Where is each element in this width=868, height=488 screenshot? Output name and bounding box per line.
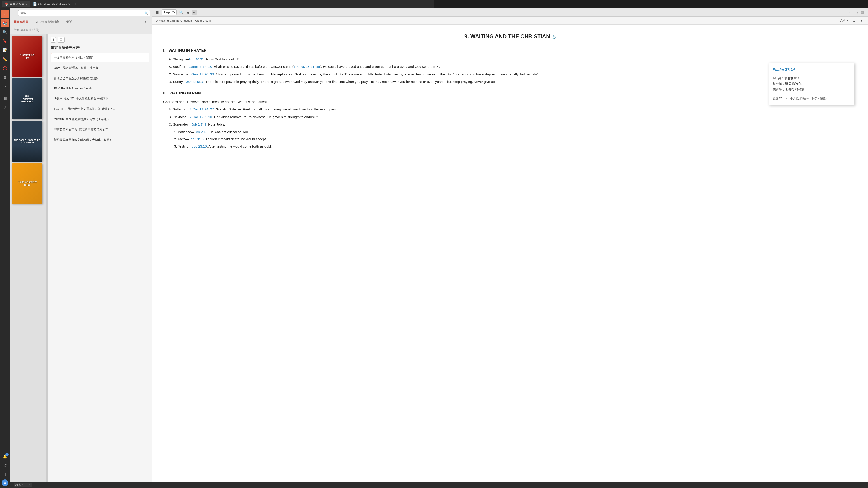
para-a: A. Strength—Isa. 40:31. Allow God to spe… (168, 56, 434, 62)
ref-job-1315[interactable]: Job 13:15 (189, 137, 204, 141)
sidebar-icon-grid[interactable]: ⊞ (1, 73, 9, 81)
ref-gen-1820[interactable]: Gen. 18:20–33 (191, 72, 214, 76)
library-tab-icon: 📚 (4, 2, 8, 6)
info-panel-btn[interactable]: ℹ (51, 37, 56, 43)
ref-james-517[interactable]: James 5:17–18 (188, 65, 212, 68)
outlines-tab-icon: 📄 (33, 2, 37, 6)
para-surrender: C. Surrender—Job 2:7–9. Note Job's: (168, 122, 434, 127)
resource-item[interactable]: TCV-TRD: 聖經現代中文譯本修訂版(繁體)(上… (51, 104, 149, 113)
tab-recent[interactable]: 最近 (63, 18, 76, 26)
para-sick-prefix: Sickness— (173, 115, 190, 119)
reader-content: 9. WAITING AND THE CHRISTIAN ⚓ I. WAITIN… (152, 25, 434, 244)
para-sur-suffix: . Note Job's: (206, 123, 225, 126)
reader-highlight-button[interactable]: ✔ (192, 10, 197, 15)
patience-prefix: Patience— (178, 130, 194, 134)
para-a-label: A. (168, 57, 173, 61)
tab-outlines-close[interactable]: ✕ (68, 3, 70, 5)
para-b-middle: . Elijah prayed several times before the… (212, 65, 293, 68)
section-i-title: WAITING IN PRAYER (168, 48, 207, 53)
tab-library[interactable]: 📚 圖書資料庫 ✕ (2, 1, 30, 7)
reader-more-button[interactable]: › (198, 10, 202, 15)
section-i-heading: I. WAITING IN PRAYER (163, 47, 434, 54)
ref-2cor-127[interactable]: 2 Cor. 12:7–10 (190, 115, 212, 119)
ref-job-210[interactable]: Job 2:10 (194, 130, 208, 134)
tab-library-close[interactable]: ✕ (26, 3, 28, 5)
para-faith: 2. Faith—Job 13:15. Though it meant deat… (174, 136, 434, 142)
list-item[interactable]: 中文聖經和合本神版 (12, 36, 42, 76)
more-options-button[interactable]: ⋮ (147, 19, 152, 25)
resource-item[interactable]: CNVT: 聖經新譯本（繁體・神字版） (51, 63, 149, 73)
ref-1kings-1841[interactable]: 1 Kings 18:41–45 (293, 65, 320, 68)
list-item[interactable]: 工適應 新約聖經評注啟示錄 (12, 163, 42, 204)
grid-view-button[interactable]: ⊞ (140, 19, 144, 25)
ref-isa-4031[interactable]: Isa. 40:31 (189, 57, 204, 61)
main-area: ☰ 🔍 圖書資料庫 添加到圖書資料庫 最近 ⊞ ℹ ⋮ 所有 (3,133 的結… (10, 8, 434, 244)
sidebar-icon-search[interactable]: 🔍 (1, 28, 9, 36)
book-label-1: 中文聖經和合本神版 (19, 53, 35, 60)
para-c-label: C. (168, 72, 173, 76)
resource-item[interactable]: 新約及早期基督教文獻希臘文大詞典（繁體） (51, 135, 149, 145)
ref-job-27[interactable]: Job 2:7–9 (191, 123, 206, 126)
reader-breadcrumb: 9. Waiting and the Christian (Psalm 27:1… (152, 17, 434, 25)
app-sidebar: ⌂ 📚 🔍 🔖 📝 ✏️ 🚫 ⊞ » ▦ ↗ 🔔 ↺ ⬇ U (0, 8, 10, 244)
list-item[interactable]: 箴言—智慧的學校PROVERBS (12, 78, 42, 119)
para-d: D. Surety—James 5:16. There is sure powe… (168, 79, 434, 85)
sidebar-icon-bookmarks[interactable]: 🔖 (1, 37, 9, 45)
reader-menu-button[interactable]: ☰ (155, 10, 160, 15)
new-tab-button[interactable]: + (73, 2, 78, 6)
ref-job-2310[interactable]: Job 23:10 (192, 144, 207, 148)
faith-suffix: . Though it meant death, he would accept… (204, 137, 267, 141)
sidebar-icon-highlights[interactable]: ✏️ (1, 55, 9, 63)
filter-header: 所有 (3,133 的結果) (10, 26, 152, 34)
para-sick-suffix: . God didn't remove Paul's sickness; He … (212, 115, 318, 119)
search-input[interactable] (20, 11, 144, 15)
para-sickness: B. Sickness—2 Cor. 12:7–10. God didn't r… (168, 114, 434, 120)
resource-item[interactable]: 新漢語譯本普及版新約聖經 (繁體) (51, 74, 149, 83)
para-d-label: D. (168, 80, 173, 84)
tab-library-main[interactable]: 圖書資料庫 (10, 18, 32, 26)
reader-search-button[interactable]: 🔍 (178, 10, 184, 15)
reader-crossref-button[interactable]: ⊕ (186, 10, 190, 15)
para-patience: 1. Patience—Job 2:10. He was not critica… (174, 129, 434, 135)
book-label-3: THE GOSPEL ACCORDING TO MATTHEW (12, 138, 42, 144)
resize-handle[interactable] (46, 34, 48, 244)
para-b-label: B. (168, 65, 173, 68)
para-b: B. Stedfast—James 5:17–18. Elijah prayed… (168, 64, 434, 70)
tab-library-label: 圖書資料庫 (10, 2, 24, 6)
para-a-suffix: . Allow God to speak. T (204, 57, 239, 61)
resource-item[interactable]: 中文聖經和合本（神版・繁體） (51, 53, 149, 62)
section-ii-title: WAITING IN PAIN (169, 91, 201, 95)
section-ii-heading: II. WAITING IN PAIN (163, 90, 434, 97)
para-c: C. Sympathy—Gen. 18:20–33. Abraham praye… (168, 71, 434, 77)
sidebar-icon-home[interactable]: ⌂ (1, 10, 9, 18)
sidebar-icon-panel[interactable]: ▦ (1, 94, 9, 102)
list-panel-btn[interactable]: ☰ (58, 37, 65, 43)
info-button[interactable]: ℹ (144, 19, 147, 25)
resource-item[interactable]: ESV: English Standard Version (51, 84, 149, 93)
ref-2cor-1124[interactable]: 2 Cor. 11:24–27 (190, 107, 214, 111)
para-c-suffix: . Abraham prayed for his nephew Lot. He … (214, 72, 434, 76)
list-item[interactable]: THE GOSPEL ACCORDING TO MATTHEW (12, 121, 42, 162)
tab-bar: 📚 圖書資料庫 ✕ 📄 Christian Life Outlines ✕ + (0, 0, 434, 8)
resource-item[interactable]: 聖經希伯來文字典: 萊克姆聖經希伯來文字… (51, 125, 149, 134)
sidebar-icon-more[interactable]: » (1, 82, 9, 90)
menu-button[interactable]: ☰ (12, 10, 17, 16)
filter-label: 所有 (13, 28, 20, 32)
tab-outlines[interactable]: 📄 Christian Life Outlines ✕ (30, 1, 73, 7)
para-sick-label: B. (168, 115, 173, 119)
resource-item[interactable]: 研讀本-經文(繁): 中文新標點和合本研讀本… (51, 94, 149, 103)
sidebar-icon-noentry[interactable]: 🚫 (1, 64, 9, 72)
testing-num: 3. (174, 144, 178, 148)
ref-james-516[interactable]: James 5:16 (186, 80, 204, 84)
sidebar-icon-export[interactable]: ↗ (1, 103, 9, 111)
para-sur-prefix: Surrender— (173, 123, 191, 126)
reader-toolbar-left: ☰ Page 20 🔍 ⊕ ✔ › (155, 9, 434, 15)
resource-item[interactable]: CUVNP: 中文聖經新標點和合本（上帝版・… (51, 115, 149, 124)
filter-count: (3,133 的結果) (20, 28, 39, 32)
page-display: Page 20 (162, 9, 177, 15)
sidebar-icon-notes[interactable]: 📝 (1, 46, 9, 54)
tab-add-library[interactable]: 添加到圖書資料庫 (32, 18, 63, 26)
section-ii-numeral: II. (163, 91, 168, 95)
search-button[interactable]: 🔍 (145, 11, 148, 15)
sidebar-icon-library[interactable]: 📚 (1, 19, 9, 27)
